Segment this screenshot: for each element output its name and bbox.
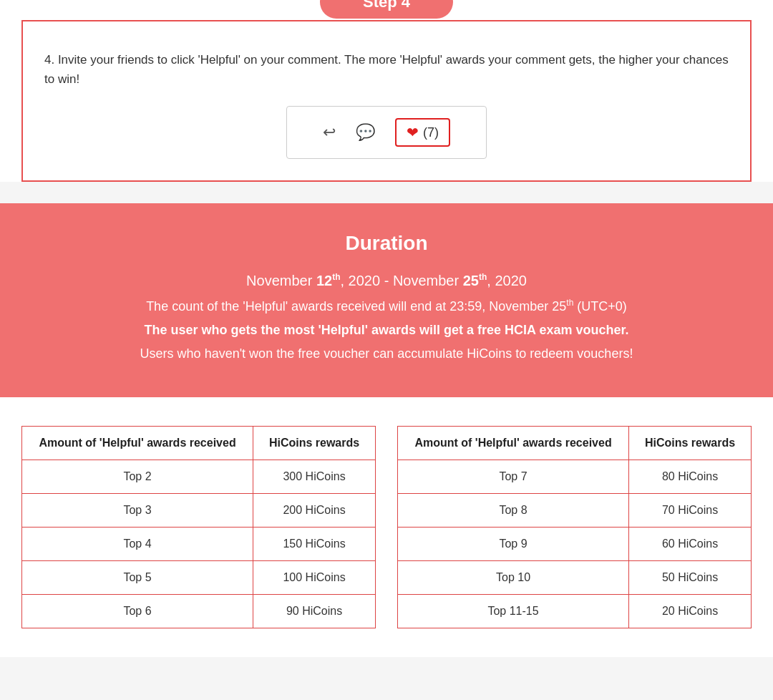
table-row: Top 1050 HiCoins: [398, 561, 752, 595]
duration-section: Duration November 12th, 2020 - November …: [0, 203, 773, 397]
rank-cell: Top 11-15: [398, 595, 629, 628]
rank-cell: Top 3: [22, 494, 253, 528]
duration-title: Duration: [43, 232, 730, 255]
left-col2-header: HiCoins rewards: [253, 427, 376, 460]
duration-winner: The user who gets the most 'Helpful' awa…: [43, 323, 730, 338]
rewards-table-right: Amount of 'Helpful' awards received HiCo…: [397, 426, 752, 628]
reward-cell: 60 HiCoins: [629, 528, 752, 561]
table-row: Top 11-1520 HiCoins: [398, 595, 752, 628]
heart-icon: ❤: [407, 124, 419, 141]
reward-cell: 20 HiCoins: [629, 595, 752, 628]
rank-cell: Top 4: [22, 528, 253, 561]
reward-cell: 50 HiCoins: [629, 561, 752, 595]
left-col1-header: Amount of 'Helpful' awards received: [22, 427, 253, 460]
right-col1-header: Amount of 'Helpful' awards received: [398, 427, 629, 460]
rank-cell: Top 10: [398, 561, 629, 595]
reward-cell: 300 HiCoins: [253, 460, 376, 494]
table-row: Top 4150 HiCoins: [22, 528, 376, 561]
helpful-count: (7): [423, 125, 439, 140]
duration-date: November 12th, 2020 - November 25th, 202…: [43, 272, 730, 289]
reward-cell: 80 HiCoins: [629, 460, 752, 494]
rank-cell: Top 6: [22, 595, 253, 628]
rank-cell: Top 7: [398, 460, 629, 494]
rewards-table-left: Amount of 'Helpful' awards received HiCo…: [21, 426, 376, 628]
step4-description: 4. Invite your friends to click 'Helpful…: [44, 50, 729, 89]
step4-section: Step 4 4. Invite your friends to click '…: [0, 0, 773, 182]
table-row: Top 960 HiCoins: [398, 528, 752, 561]
duration-alt: Users who haven't won the free voucher c…: [43, 346, 730, 361]
rank-cell: Top 9: [398, 528, 629, 561]
step4-box: 4. Invite your friends to click 'Helpful…: [21, 20, 752, 182]
comment-icon[interactable]: 💬: [356, 123, 375, 142]
duration-count: The count of the 'Helpful' awards receiv…: [43, 298, 730, 314]
step4-badge: Step 4: [320, 0, 453, 19]
tables-section: Amount of 'Helpful' awards received HiCo…: [0, 397, 773, 657]
reward-cell: 70 HiCoins: [629, 494, 752, 528]
table-row: Top 870 HiCoins: [398, 494, 752, 528]
rank-cell: Top 2: [22, 460, 253, 494]
reward-cell: 90 HiCoins: [253, 595, 376, 628]
table-row: Top 3200 HiCoins: [22, 494, 376, 528]
reward-cell: 100 HiCoins: [253, 561, 376, 595]
table-row: Top 780 HiCoins: [398, 460, 752, 494]
helpful-button[interactable]: ❤ (7): [395, 118, 450, 147]
reply-icon[interactable]: ↩: [323, 123, 336, 142]
reward-cell: 150 HiCoins: [253, 528, 376, 561]
rank-cell: Top 8: [398, 494, 629, 528]
table-row: Top 690 HiCoins: [22, 595, 376, 628]
table-row: Top 2300 HiCoins: [22, 460, 376, 494]
reward-cell: 200 HiCoins: [253, 494, 376, 528]
right-col2-header: HiCoins rewards: [629, 427, 752, 460]
rank-cell: Top 5: [22, 561, 253, 595]
comment-preview: ↩ 💬 ❤ (7): [286, 106, 487, 159]
table-row: Top 5100 HiCoins: [22, 561, 376, 595]
